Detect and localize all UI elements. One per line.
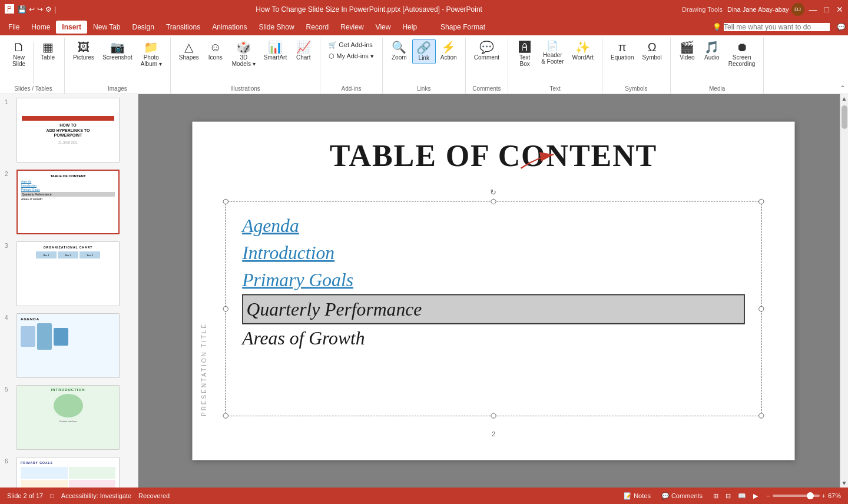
menu-home[interactable]: Home <box>25 21 56 34</box>
3d-models-button[interactable]: 🎲 3DModels ▾ <box>228 39 259 69</box>
minimize-btn[interactable]: — <box>809 5 817 14</box>
screenshot-button[interactable]: 📷 Screenshot <box>99 39 136 63</box>
handle-tl[interactable] <box>223 199 228 204</box>
chart-button[interactable]: 📈 Chart <box>292 39 315 63</box>
toc-item-areas[interactable]: Areas of Growth <box>242 326 745 352</box>
ribbon-collapse-btn[interactable]: ⌃ <box>840 84 846 92</box>
handle-bc[interactable] <box>491 413 496 418</box>
equation-button[interactable]: π Equation <box>607 39 637 63</box>
customize-icon[interactable]: ⚙ <box>45 5 52 14</box>
presentation-title-vertical: PRESENTATION TITLE <box>200 220 207 416</box>
icons-button[interactable]: ☺ Icons <box>204 39 227 63</box>
handle-ml[interactable] <box>223 306 228 311</box>
textbox-button[interactable]: 🅰 TextBox <box>513 39 536 69</box>
menu-insert[interactable]: Insert <box>56 21 87 34</box>
zoom-control: − + 67% <box>766 492 841 499</box>
main-area: 1 HOW TOADD HYPERLINKS TOPOWERPOINT 21 J… <box>0 94 848 488</box>
slide-canvas[interactable]: TABLE OF CONTENT PRESENTATION TITLE ↻ Ag… <box>192 122 794 460</box>
toc-item-primary-goals[interactable]: Primary Goals <box>242 267 745 293</box>
smartart-button[interactable]: 📊 SmartArt <box>260 39 290 63</box>
drawing-tools-label: Drawing Tools <box>682 6 723 13</box>
slide-thumb-3[interactable]: 3 ORGANIZATIONAL CHART Box 1 Box 2 Box 3 <box>0 238 138 310</box>
normal-view-btn[interactable]: ⊞ <box>711 491 721 501</box>
close-btn[interactable]: ✕ <box>836 5 843 14</box>
handle-br[interactable] <box>758 413 764 418</box>
zoom-button[interactable]: 🔍 Zoom <box>387 39 411 63</box>
shapes-button[interactable]: △ Shapes <box>175 39 203 63</box>
slide6-preview: PRIMARY GOALS <box>17 457 119 488</box>
menu-new-tab[interactable]: New Tab <box>87 21 126 34</box>
action-button[interactable]: ⚡ Action <box>437 39 461 63</box>
new-slide-label: NewSlide <box>12 54 25 67</box>
addins-group-label: Add-ins <box>342 85 362 94</box>
my-add-ins-button[interactable]: ⬡ My Add-ins ▾ <box>325 51 377 61</box>
notes-icon: 📝 <box>624 492 632 500</box>
comment-button[interactable]: 💬 Comment <box>471 39 503 63</box>
redo-icon[interactable]: ↪ <box>37 5 43 14</box>
slide-thumb-2[interactable]: 2 TABLE OF CONTENT Agenda Introduction P… <box>0 166 138 238</box>
reading-view-btn[interactable]: 📖 <box>736 491 748 501</box>
symbol-icon: Ω <box>648 41 657 53</box>
undo-icon[interactable]: ↩ <box>29 5 35 14</box>
slide-number: 2 <box>491 430 495 438</box>
zoom-slider[interactable] <box>773 495 820 497</box>
menu-help[interactable]: Help <box>396 21 423 34</box>
pictures-button[interactable]: 🖼 Pictures <box>69 39 98 63</box>
slide-sorter-btn[interactable]: ⊟ <box>723 491 733 501</box>
menu-shape-format[interactable]: Shape Format <box>435 21 491 34</box>
menu-view[interactable]: View <box>370 21 397 34</box>
slideshow-btn[interactable]: ▶ <box>751 491 760 501</box>
comments-icon[interactable]: 💬 <box>837 23 846 31</box>
menu-record[interactable]: Record <box>300 21 335 34</box>
menu-design[interactable]: Design <box>127 21 160 34</box>
handle-bl[interactable] <box>223 413 228 418</box>
video-button[interactable]: 🎬 Video <box>675 39 699 63</box>
menu-animations[interactable]: Animations <box>206 21 253 34</box>
audio-button[interactable]: 🎵 Audio <box>700 39 724 63</box>
handle-mr[interactable] <box>758 306 764 311</box>
screen-recording-button[interactable]: ⏺ ScreenRecording <box>725 39 759 69</box>
save-icon[interactable]: 💾 <box>18 5 26 14</box>
scroll-thumb[interactable] <box>842 105 847 129</box>
zoom-slider-thumb[interactable] <box>807 492 814 499</box>
comments-btn[interactable]: 💬 Comments <box>659 491 705 501</box>
wordart-button[interactable]: ✨ WordArt <box>568 39 597 63</box>
ribbon-group-links: 🔍 Zoom 🔗 Link ⚡ Action Links <box>383 38 466 94</box>
rotate-handle[interactable]: ↻ <box>490 188 496 197</box>
tell-me-bar[interactable]: 💡 <box>708 21 834 34</box>
photo-album-button[interactable]: 📁 PhotoAlbum ▾ <box>137 39 165 69</box>
menu-review[interactable]: Review <box>334 21 369 34</box>
toc-item-quarterly[interactable]: Quarterly Performance <box>242 294 745 324</box>
ribbon-group-slides-content: 🗋 NewSlide ▦ Table <box>7 38 59 85</box>
slide-thumb-6[interactable]: 6 PRIMARY GOALS <box>0 453 138 488</box>
get-add-ins-button[interactable]: 🛒 Get Add-ins <box>325 40 376 50</box>
scroll-up-btn[interactable]: ▲ <box>840 94 848 103</box>
symbol-button[interactable]: Ω Symbol <box>638 39 665 63</box>
ribbon-group-addins: 🛒 Get Add-ins ⬡ My Add-ins ▾ Add-ins <box>320 38 383 94</box>
toc-item-introduction[interactable]: Introduction <box>242 240 745 266</box>
user-avatar: DJ <box>791 3 804 16</box>
zoom-out-btn[interactable]: − <box>766 492 770 499</box>
notes-btn[interactable]: 📝 Notes <box>621 491 653 501</box>
zoom-level[interactable]: 67% <box>828 492 841 499</box>
maximize-btn[interactable]: □ <box>824 5 829 14</box>
slide-thumb-4[interactable]: 4 AGENDA <box>0 310 138 382</box>
new-slide-button[interactable]: 🗋 NewSlide <box>7 39 31 69</box>
zoom-in-btn[interactable]: + <box>822 492 826 499</box>
vertical-scrollbar[interactable]: ▲ ▼ <box>840 94 848 488</box>
toc-item-agenda[interactable]: Agenda <box>242 213 745 238</box>
slide-thumb-1[interactable]: 1 HOW TOADD HYPERLINKS TOPOWERPOINT 21 J… <box>0 94 138 166</box>
menu-slideshow[interactable]: Slide Show <box>253 21 300 34</box>
link-button[interactable]: 🔗 Link <box>412 39 436 64</box>
tell-me-input[interactable] <box>724 23 830 31</box>
ribbon-group-links-content: 🔍 Zoom 🔗 Link ⚡ Action <box>387 38 461 85</box>
menu-transitions[interactable]: Transitions <box>160 21 206 34</box>
table-button[interactable]: ▦ Table <box>36 39 59 63</box>
scroll-down-btn[interactable]: ▼ <box>840 479 848 488</box>
handle-tc[interactable] <box>491 199 496 204</box>
header-footer-button[interactable]: 📄 Header& Footer <box>538 39 567 67</box>
menu-file[interactable]: File <box>2 21 25 34</box>
ribbon-group-symbols-content: π Equation Ω Symbol <box>607 38 665 85</box>
handle-tr[interactable] <box>758 199 764 204</box>
slide-thumb-5[interactable]: 5 INTRODUCTION Content text here <box>0 382 138 453</box>
